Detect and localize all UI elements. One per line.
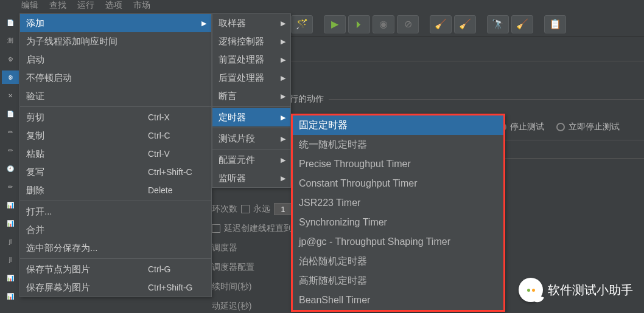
chevron-right-icon: ▶ xyxy=(281,114,285,122)
broom1-icon[interactable]: 🧹 xyxy=(430,15,452,33)
ctx-item-6[interactable]: 剪切Ctrl-X xyxy=(20,108,211,126)
timer-item-label: 固定定时器 xyxy=(299,119,348,132)
tree-icon-9[interactable]: 🕘 xyxy=(2,162,19,175)
ctx-item-17[interactable]: 保存屏幕为图片Ctrl+Shift-G xyxy=(20,278,211,297)
add-item-10[interactable]: 配置元件▶ xyxy=(212,151,290,169)
add-item-8[interactable]: 测试片段▶ xyxy=(212,129,290,148)
tree-icon-7[interactable]: ✏ xyxy=(2,125,19,139)
ctx-item-8[interactable]: 粘贴Ctrl-V xyxy=(20,145,211,163)
ctx-item-9[interactable]: 复写Ctrl+Shift-C xyxy=(20,163,211,181)
wechat-icon xyxy=(519,278,543,302)
timer-item-8[interactable]: 高斯随机定时器 xyxy=(293,271,503,291)
tree-icon-12[interactable]: 📊 xyxy=(2,216,19,230)
scheduler-label: 调度器 xyxy=(212,242,237,253)
tree-icon-1[interactable]: 📄 xyxy=(2,16,19,29)
ctx-item-10[interactable]: 删除Delete xyxy=(20,181,211,199)
add-item-3[interactable]: 后置处理器▶ xyxy=(212,69,290,87)
ctx-item-16[interactable]: 保存节点为图片Ctrl-G xyxy=(20,260,211,278)
tree-icon-5[interactable]: ✕ xyxy=(2,89,19,102)
tree-icon-15[interactable]: 📊 xyxy=(2,271,19,284)
timer-item-4[interactable]: JSR223 Timer xyxy=(293,193,503,213)
ctx-item-label: 不停顿启动 xyxy=(26,72,72,84)
tree-icon-11[interactable]: 📊 xyxy=(2,198,19,212)
menubar: 编辑 查找 运行 选项 市场 xyxy=(0,0,644,12)
tree-sidebar: 📄 测 ⚙ ⚙ ✕ 📄 ✏ ✏ 🕘 ✏ 📊 📊 jl jl 📊 📊 xyxy=(0,13,21,313)
loop-input[interactable] xyxy=(274,203,292,215)
timer-item-3[interactable]: Constant Throughput Timer xyxy=(293,174,503,193)
ctx-item-12[interactable]: 打开... xyxy=(20,202,211,221)
timer-item-0[interactable]: 固定定时器 xyxy=(293,115,503,135)
menu-options[interactable]: 选项 xyxy=(105,0,122,11)
forever-label: 永远 xyxy=(253,204,270,215)
timer-item-label: JSR223 Timer xyxy=(299,198,360,208)
broom2-icon[interactable]: 🧹 xyxy=(454,15,476,33)
tree-icon-3[interactable]: ⚙ xyxy=(2,52,19,66)
scheduler-config-label: 调度器配置 xyxy=(212,262,254,273)
shutdown-icon[interactable]: ⊘ xyxy=(397,15,419,33)
binoculars-icon[interactable]: 🔭 xyxy=(487,15,509,33)
add-item-0[interactable]: 取样器▶ xyxy=(212,14,290,32)
add-item-label: 定时器 xyxy=(219,112,246,123)
ctx-item-3[interactable]: 不停顿启动 xyxy=(20,69,211,87)
chevron-right-icon: ▶ xyxy=(281,156,285,164)
forever-checkbox[interactable] xyxy=(241,205,250,213)
play-skip-icon[interactable]: ⏵ xyxy=(348,15,370,33)
ctx-item-7[interactable]: 复制Ctrl-C xyxy=(20,126,211,145)
chevron-right-icon: ▶ xyxy=(281,19,285,27)
shortcut-label: Ctrl-G xyxy=(148,264,170,274)
ctx-item-label: 添加 xyxy=(26,18,44,29)
add-item-4[interactable]: 断言▶ xyxy=(212,87,290,105)
bg-fields: 环次数 永远 延迟创建线程直到需 调度器 调度器配置 续时间(秒) 动延迟(秒) xyxy=(212,182,301,313)
ctx-item-label: 为子线程添加响应时间 xyxy=(26,36,117,47)
menu-edit[interactable]: 编辑 xyxy=(21,0,38,11)
timer-item-6[interactable]: jp@gc - Throughput Shaping Timer xyxy=(293,232,503,252)
timer-item-1[interactable]: 统一随机定时器 xyxy=(293,135,503,154)
menu-run[interactable]: 运行 xyxy=(77,0,94,11)
tree-icon-16[interactable]: 📊 xyxy=(2,289,19,303)
ctx-item-2[interactable]: 启动 xyxy=(20,50,211,69)
chevron-right-icon: ▶ xyxy=(281,56,285,64)
ctx-item-label: 复写 xyxy=(26,167,44,178)
add-item-label: 监听器 xyxy=(219,173,246,184)
broom3-icon[interactable]: 🧹 xyxy=(511,15,533,33)
radio-stop-now-label: 立即停止测试 xyxy=(569,122,620,132)
add-item-2[interactable]: 前置处理器▶ xyxy=(212,50,290,69)
chevron-right-icon: ▶ xyxy=(281,135,285,143)
ctx-item-0[interactable]: 添加▶ xyxy=(20,14,211,32)
tree-icon-4[interactable]: ⚙ xyxy=(2,71,19,84)
timer-item-9[interactable]: BeanShell Timer xyxy=(293,291,503,310)
timer-item-7[interactable]: 泊松随机定时器 xyxy=(293,252,503,271)
tree-icon-14[interactable]: jl xyxy=(2,253,19,266)
tree-icon-6[interactable]: 📄 xyxy=(2,107,19,120)
add-item-11[interactable]: 监听器▶ xyxy=(212,169,290,187)
add-item-1[interactable]: 逻辑控制器▶ xyxy=(212,32,290,50)
timer-item-label: Precise Throughput Timer xyxy=(299,159,411,170)
stop-icon[interactable]: ◉ xyxy=(373,15,394,33)
submenu-timer: 固定定时器统一随机定时器Precise Throughput TimerCons… xyxy=(291,114,505,312)
delay-checkbox[interactable] xyxy=(212,224,220,233)
play-icon[interactable]: ▶ xyxy=(324,15,346,33)
ctx-item-14[interactable]: 选中部分保存为... xyxy=(20,239,211,257)
timer-item-2[interactable]: Precise Throughput Timer xyxy=(293,154,503,174)
radio-stop-now[interactable]: 立即停止测试 xyxy=(556,122,620,132)
wand-icon[interactable]: 🪄 xyxy=(291,15,313,33)
timer-item-label: Synchronizing Timer xyxy=(299,217,387,228)
ctx-item-label: 粘贴 xyxy=(26,148,44,160)
context-menu: 添加▶为子线程添加响应时间启动不停顿启动验证剪切Ctrl-X复制Ctrl-C粘贴… xyxy=(19,13,212,297)
ctx-item-1[interactable]: 为子线程添加响应时间 xyxy=(20,32,211,50)
tree-icon-2[interactable]: 测 xyxy=(2,34,19,47)
submenu-add: 取样器▶逻辑控制器▶前置处理器▶后置处理器▶断言▶定时器▶测试片段▶配置元件▶监… xyxy=(212,13,291,188)
timer-item-5[interactable]: Synchronizing Timer xyxy=(293,213,503,232)
menu-find[interactable]: 查找 xyxy=(49,0,66,11)
ctx-item-13[interactable]: 合并 xyxy=(20,221,211,239)
tree-icon-13[interactable]: jl xyxy=(2,235,19,248)
tree-icon-10[interactable]: ✏ xyxy=(2,180,19,193)
list-icon[interactable]: 📋 xyxy=(544,15,566,33)
ctx-item-4[interactable]: 验证 xyxy=(20,87,211,105)
timer-item-label: jp@gc - Throughput Shaping Timer xyxy=(299,236,450,247)
menu-market[interactable]: 市场 xyxy=(133,0,150,11)
loop-label: 环次数 xyxy=(212,204,237,215)
add-item-6[interactable]: 定时器▶ xyxy=(212,108,290,126)
tree-icon-8[interactable]: ✏ xyxy=(2,143,19,157)
timer-item-label: BeanShell Timer xyxy=(299,295,370,306)
